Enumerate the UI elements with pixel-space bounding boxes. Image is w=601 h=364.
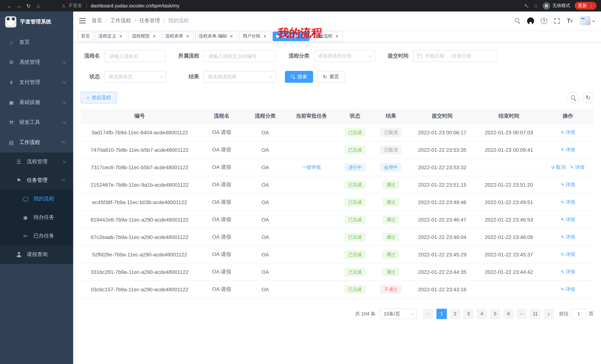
close-icon[interactable]: × bbox=[262, 34, 267, 39]
cell-actions: ✎详情 bbox=[542, 176, 594, 193]
cancel-link[interactable]: ⊘取消 bbox=[551, 164, 566, 171]
logo[interactable]: 芋道管理系统 bbox=[0, 11, 73, 32]
sidebar-item-leave-query[interactable]: 请假查询 bbox=[0, 245, 73, 264]
tab-流程模型[interactable]: 流程模型× bbox=[129, 31, 160, 41]
detail-link[interactable]: ✎详情 bbox=[561, 286, 575, 293]
sidebar-item-workflow[interactable]: ▤工作流程 bbox=[0, 133, 73, 153]
detail-link[interactable]: ✎详情 bbox=[561, 234, 575, 240]
process-definition-input[interactable] bbox=[204, 50, 276, 62]
page-1[interactable]: 1 bbox=[436, 308, 447, 319]
create-process-button[interactable]: + 发起流程 bbox=[80, 92, 117, 104]
sidebar-item-todo-tasks[interactable]: ◉待办任务 bbox=[0, 208, 73, 227]
github-icon[interactable] bbox=[527, 17, 534, 24]
sidebar-item-label: 我的流程 bbox=[33, 196, 54, 202]
incognito-badge[interactable]: 无痕模式 bbox=[543, 2, 570, 10]
breadcrumb-item[interactable]: 首页 bbox=[92, 18, 102, 24]
sidebar-item-done-tasks[interactable]: ✂已办任务 bbox=[0, 227, 73, 245]
yen-icon: ¥ bbox=[8, 79, 14, 85]
address-bar[interactable]: ⚠ 不安全 dashboard.yudao.iocoder.cn/bpm/tas… bbox=[62, 3, 524, 9]
search-button[interactable]: 搜索 bbox=[285, 71, 313, 83]
close-icon[interactable]: × bbox=[185, 34, 190, 39]
bookmark-star-icon[interactable]: ☆ bbox=[534, 3, 538, 9]
page-size-select[interactable]: 10条/页 bbox=[380, 308, 417, 319]
search-toggle-button[interactable] bbox=[568, 92, 579, 103]
tab-流程表单[interactable]: 流程表单× bbox=[162, 31, 193, 41]
page-5[interactable]: 5 bbox=[490, 308, 500, 319]
user-menu[interactable] bbox=[580, 16, 595, 25]
detail-link[interactable]: ✎详情 bbox=[561, 146, 575, 153]
tab-发起流程[interactable]: 发起流程× bbox=[311, 31, 343, 41]
page-jump-input[interactable] bbox=[571, 308, 587, 319]
sidebar-item-label: 已办任务 bbox=[33, 233, 54, 239]
close-icon[interactable]: × bbox=[229, 34, 234, 39]
detail-link[interactable]: ✎详情 bbox=[561, 268, 575, 275]
breadcrumb-item[interactable]: 任务管理 bbox=[139, 18, 160, 24]
sidebar-item-my-process[interactable]: 我的流程 bbox=[0, 190, 73, 208]
sidebar-item-devtools[interactable]: ⚒研发工具 bbox=[0, 112, 73, 133]
home-button[interactable]: ⌂ bbox=[33, 3, 43, 9]
tab-首页[interactable]: 首页 bbox=[78, 31, 93, 41]
update-button[interactable]: 更新 ⋮ bbox=[575, 2, 597, 10]
detail-link[interactable]: ✎详情 bbox=[561, 129, 575, 136]
process-name-input[interactable] bbox=[104, 50, 166, 62]
pagination-more[interactable]: ⋯ bbox=[517, 308, 527, 319]
tab-流程表单-编辑[interactable]: 流程表单-编辑× bbox=[195, 31, 237, 41]
date-range-picker[interactable]: 开始日期 - 结束日期 bbox=[413, 50, 498, 62]
tab-流程定义[interactable]: 流程定义× bbox=[95, 31, 127, 41]
detail-link[interactable]: ✎详情 bbox=[561, 181, 575, 188]
fullscreen-icon[interactable] bbox=[554, 18, 560, 24]
cell-status: 已完成 bbox=[337, 228, 373, 246]
page-2[interactable]: 2 bbox=[450, 308, 460, 319]
font-size-icon[interactable]: TT bbox=[567, 18, 573, 24]
result-tag: 已取消 bbox=[381, 146, 401, 154]
sidebar-item-label: 请假查询 bbox=[27, 251, 48, 258]
cell-id: 2152467e-7b9b-11ec-9a1b-acde48001122 bbox=[80, 176, 199, 193]
app-title: 芋道管理系统 bbox=[20, 19, 51, 25]
breadcrumb-item[interactable]: 工作流程 bbox=[110, 18, 131, 24]
category-select[interactable]: 请选择流程分类 bbox=[314, 50, 375, 62]
reload-button[interactable]: ↻ bbox=[24, 3, 33, 9]
detail-link[interactable]: ✎详情 bbox=[561, 199, 575, 205]
cell-process-name: OA 请假 bbox=[199, 124, 245, 141]
sidebar-item-system[interactable]: ⚙系统管理 bbox=[0, 52, 73, 72]
prev-page-button[interactable]: ‹ bbox=[423, 308, 433, 319]
tab-我的流程[interactable]: 我的流程× bbox=[273, 31, 310, 41]
page-4[interactable]: 4 bbox=[477, 308, 487, 319]
close-icon[interactable]: × bbox=[301, 34, 306, 39]
forward-button[interactable]: → bbox=[14, 3, 24, 9]
tab-用户分组[interactable]: 用户分组× bbox=[239, 31, 271, 41]
detail-link[interactable]: ✎详情 bbox=[570, 164, 585, 171]
close-icon[interactable]: × bbox=[151, 34, 157, 39]
cell-id: 52ffd28e-7b9a-11ec-a290-acde48001122 bbox=[80, 246, 199, 263]
close-icon[interactable]: × bbox=[118, 34, 123, 39]
page-3[interactable]: 3 bbox=[463, 308, 474, 319]
page-6[interactable]: 6 bbox=[503, 308, 514, 319]
sidebar-toggle[interactable] bbox=[79, 18, 86, 23]
result-tag: 通过 bbox=[383, 250, 399, 259]
sidebar-item-infrastructure[interactable]: ▣基础设施 bbox=[0, 92, 73, 112]
close-icon[interactable]: × bbox=[334, 34, 340, 39]
refresh-button[interactable]: ↻ bbox=[582, 92, 594, 103]
status-tag: 已完成 bbox=[345, 285, 366, 293]
back-button[interactable]: ← bbox=[4, 3, 14, 9]
browser-menu-icon[interactable]: ⋮ bbox=[589, 3, 593, 8]
sidebar-item-process-mgmt[interactable]: ☰流程管理 bbox=[0, 153, 73, 171]
result-select[interactable]: 请选择流结果 bbox=[204, 71, 276, 83]
sidebar-item-payment[interactable]: ¥支付管理 bbox=[0, 72, 73, 92]
help-icon[interactable]: ? bbox=[541, 18, 547, 24]
search-icon[interactable] bbox=[515, 18, 521, 24]
sidebar-item-home[interactable]: ⌂首页 bbox=[0, 32, 73, 52]
cell-status: 已完成 bbox=[337, 124, 373, 141]
next-page-button[interactable]: › bbox=[543, 308, 554, 319]
end-date-placeholder: 结束日期 bbox=[452, 53, 471, 59]
key-icon[interactable] bbox=[524, 3, 529, 8]
sidebar-item-task-mgmt[interactable]: ⚑任务管理 bbox=[0, 171, 73, 190]
page-11[interactable]: 11 bbox=[530, 308, 541, 319]
detail-link[interactable]: ✎详情 bbox=[561, 251, 575, 258]
eye-icon: ◉ bbox=[22, 214, 29, 220]
current-task-link[interactable]: 一级审批 bbox=[302, 164, 321, 170]
detail-link[interactable]: ✎详情 bbox=[561, 216, 575, 223]
reset-button[interactable]: ↻ 重置 bbox=[317, 71, 345, 83]
chevron-down-icon bbox=[411, 312, 414, 315]
status-select[interactable]: 请选择状态 bbox=[104, 71, 166, 83]
